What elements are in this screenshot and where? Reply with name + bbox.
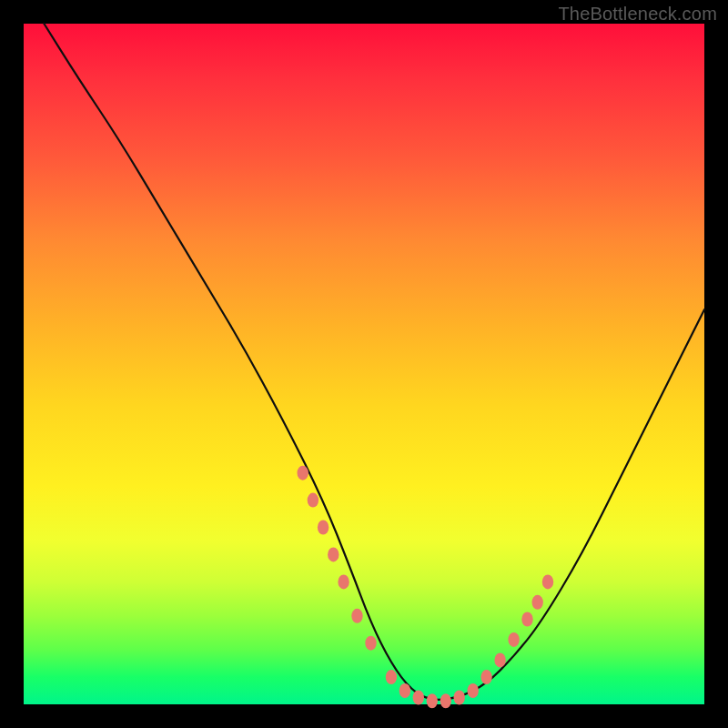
marker-dot	[399, 683, 410, 698]
chart-container: TheBottleneck.com	[0, 0, 728, 728]
marker-dot	[494, 652, 505, 667]
marker-dot	[454, 691, 465, 705]
marker-dot	[440, 693, 451, 708]
curve-markers	[298, 466, 554, 709]
marker-dot	[508, 632, 519, 647]
marker-dot	[413, 691, 424, 705]
marker-dot	[298, 466, 308, 480]
plot-area	[24, 24, 704, 704]
marker-dot	[318, 521, 329, 535]
marker-dot	[338, 574, 349, 589]
marker-dot	[542, 574, 553, 589]
marker-dot	[532, 595, 543, 610]
marker-dot	[427, 693, 438, 708]
marker-dot	[365, 636, 376, 651]
watermark-text: TheBottleneck.com	[558, 4, 717, 25]
marker-dot	[386, 670, 397, 684]
curve-svg	[24, 24, 704, 704]
marker-dot	[351, 609, 362, 623]
bottleneck-curve	[44, 24, 704, 700]
marker-dot	[468, 683, 479, 698]
marker-dot	[521, 612, 532, 627]
marker-dot	[480, 670, 491, 684]
marker-dot	[328, 547, 339, 561]
marker-dot	[308, 493, 318, 508]
